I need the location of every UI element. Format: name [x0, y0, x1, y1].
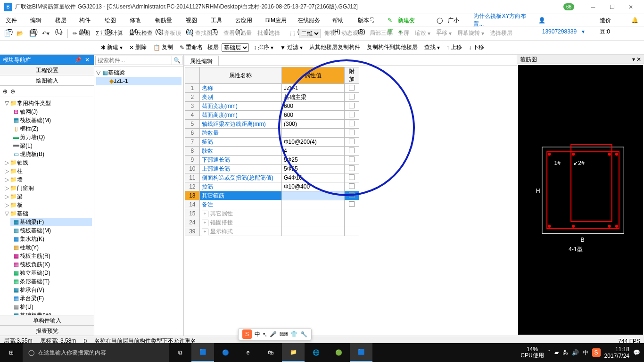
task-chrome[interactable]: 🌐 [305, 343, 327, 362]
menu-rebar[interactable]: 钢筋量(Q) [151, 15, 182, 26]
task-ggj[interactable]: 🟦 [350, 343, 372, 362]
tree-item[interactable]: ▦条形基础(T) [10, 277, 92, 286]
property-tab[interactable]: 属性编辑 [184, 56, 219, 66]
mid-tree-item[interactable]: ◆ JZL-1 [96, 77, 182, 85]
property-row[interactable]: 39+显示样式 [185, 227, 359, 236]
task-app1[interactable]: 🟦 [191, 343, 214, 362]
task-store[interactable]: 🛍 [259, 343, 282, 362]
copy-from-btn[interactable]: 从其他楼层复制构件 [307, 42, 362, 52]
ime-punct-icon[interactable]: •, [263, 331, 267, 337]
flat-btn[interactable]: 平齐板顶 [157, 28, 183, 38]
pan-btn[interactable]: 平移 ▾ [434, 28, 454, 38]
cloud-check-btn[interactable]: ☁ 云检查 [127, 28, 155, 38]
task-app2[interactable]: 🔵 [214, 343, 237, 362]
redo-icon[interactable]: ↷▾ [53, 29, 65, 38]
fullscreen-btn[interactable]: 全屏 [396, 28, 411, 38]
tree-item[interactable]: ▦基础梁(F) [10, 218, 92, 226]
menu-help[interactable]: 帮助(H) [329, 15, 354, 26]
property-row[interactable]: 8肢数4 [185, 147, 359, 156]
taskbar-search[interactable]: ◯ 在这里输入你要搜索的内容 [23, 343, 169, 362]
sum-btn[interactable]: Σ 汇总计算 [94, 28, 125, 38]
select-floor-btn[interactable]: 选择楼层 [488, 28, 514, 38]
zoom-btn[interactable]: 缩放 ▾ [413, 28, 432, 38]
task-edge[interactable]: e [237, 343, 259, 362]
tray-up-icon[interactable]: ˄ [548, 349, 551, 356]
tray-clock[interactable]: 11:182017/7/24 [604, 346, 629, 359]
property-row[interactable]: 6跨数量 [185, 129, 359, 138]
batch-btn[interactable]: 批量选择 [256, 28, 282, 38]
filter-btn[interactable]: ▼ 过滤 ▾ [278, 42, 305, 52]
mid-tree-root[interactable]: ▽▦ 基础梁 [96, 68, 182, 77]
tree-item[interactable]: ▭现浇板(B) [10, 150, 92, 158]
collapse-icon[interactable]: ⊖ [10, 88, 15, 95]
property-row[interactable]: 7箍筋Φ10@200(4) [185, 138, 359, 147]
property-row[interactable]: 12拉筋Φ10@400 [185, 182, 359, 191]
tree-item[interactable]: ▦基础板带(W) [10, 311, 92, 315]
top-view-btn[interactable]: 俯视 [322, 28, 338, 38]
search-input[interactable] [95, 56, 172, 65]
ime-skin-icon[interactable]: 👕 [290, 331, 297, 337]
part3d-btn[interactable]: 局部三维 [368, 28, 394, 38]
tree-item[interactable]: ▦筏板主筋(R) [10, 252, 92, 260]
property-row[interactable]: 15+其它属性 [185, 209, 359, 218]
task-view-icon[interactable]: ⧉ [169, 343, 191, 362]
tray-nvidia-icon[interactable]: ▰ [554, 349, 559, 356]
expand-icon[interactable]: ⊕ [3, 88, 8, 95]
tree-item[interactable]: ▦承台梁(F) [10, 294, 92, 303]
task-360[interactable]: 🟢 [327, 343, 350, 362]
tree-item[interactable]: ▦筏板基础(M) [10, 226, 92, 235]
property-row[interactable]: 1名称JZL-1 [185, 84, 359, 93]
save-icon[interactable]: 💾 [27, 29, 38, 38]
tree-root[interactable]: 常用构件类型 [17, 99, 51, 107]
floor-select[interactable]: 基础层 [222, 43, 249, 52]
tree-item[interactable]: ⊞轴网(J) [10, 107, 92, 116]
tab-project[interactable]: 工程设置 [0, 65, 94, 75]
ime-toolbar[interactable]: S 中 •, 🎤 ⌨ 👕 🔧 [238, 328, 312, 340]
tray-vol-icon[interactable]: 🔊 [572, 349, 579, 356]
tray-notif-icon[interactable]: 💬 [633, 349, 640, 356]
property-row[interactable]: 10上部通长筋5Φ25 [185, 165, 359, 173]
tree-item[interactable]: ▦桩(U) [10, 303, 92, 311]
start-button[interactable]: ⊞ [0, 343, 23, 362]
find-graph-btn[interactable]: 🔍 查找图元 [185, 28, 220, 38]
tree-cat[interactable]: ▷📁门窗洞 [2, 184, 92, 192]
tab-single-input[interactable]: 单构件输入 [0, 315, 94, 325]
copy-to-btn[interactable]: 复制构件到其他楼层 [365, 42, 420, 52]
tree-item[interactable]: ▬剪力墙(Q) [10, 133, 92, 141]
screen-rotate-btn[interactable]: 屏幕旋转 ▾ [455, 28, 486, 38]
tree-item[interactable]: ▦筏板基础(M) [10, 116, 92, 124]
property-row[interactable]: 4截面高度(mm)600 [185, 111, 359, 120]
tree-cat[interactable]: ▷📁板 [2, 201, 92, 209]
draw-btn[interactable]: ✏ 绘图 [71, 28, 92, 38]
tree-item[interactable]: ▯框柱(Z) [10, 124, 92, 133]
task-folder[interactable]: 📁 [282, 343, 305, 362]
ime-lang[interactable]: 中 [255, 330, 260, 338]
property-row[interactable]: 13其它箍筋 [185, 191, 359, 200]
new-change-btn[interactable]: ✎ 新建变更 ▾ [384, 15, 428, 26]
menu-tools[interactable]: 工具(T) [207, 15, 231, 26]
menu-bim[interactable]: BIM应用(I) [262, 15, 294, 26]
sogou-icon[interactable]: S [242, 329, 252, 339]
delete-btn[interactable]: ✕ 删除 [127, 42, 149, 52]
property-row[interactable]: 9下部通长筋5Φ25 [185, 156, 359, 165]
tree-cat[interactable]: ▷📁梁 [2, 192, 92, 201]
dim-select[interactable]: 二维 [299, 29, 321, 38]
tab-draw-input[interactable]: 绘图输入 [0, 75, 94, 86]
tree-cat[interactable]: ▽📁基础 [2, 209, 92, 218]
ime-mic-icon[interactable]: 🎤 [270, 331, 277, 337]
notification-badge[interactable]: 66 [563, 3, 574, 10]
dim-toggle-icon[interactable]: ⬚ [288, 29, 297, 38]
up-btn[interactable]: ↑ 上移 [445, 42, 464, 52]
tree-item[interactable]: ▦独立基础(D) [10, 269, 92, 277]
search-button[interactable]: 🔍 [172, 56, 182, 65]
copy-btn[interactable]: 📋 复制 [151, 42, 175, 52]
menu-edit[interactable]: 编辑(E) [26, 15, 51, 26]
menu-file[interactable]: 文件(F) [2, 15, 26, 26]
bell-icon[interactable]: 🔔 [627, 15, 642, 26]
menu-online[interactable]: 在线服务(S) [294, 15, 329, 26]
find-btn[interactable]: 查找 ▾ [422, 42, 442, 52]
open-icon[interactable]: 📂 [15, 29, 25, 38]
ime-settings-icon[interactable]: 🔧 [300, 331, 307, 337]
property-row[interactable]: 24+锚固搭接 [185, 218, 359, 227]
menu-cloud[interactable]: 云应用(Y) [231, 15, 262, 26]
